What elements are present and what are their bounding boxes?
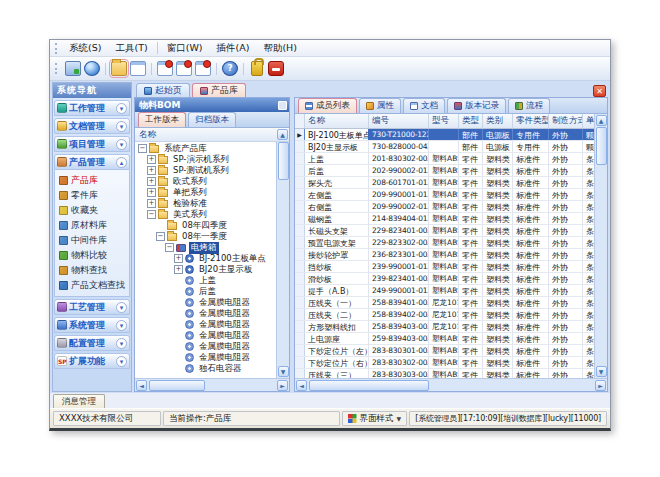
- tree-node[interactable]: 金属膜电阻器: [135, 319, 276, 330]
- table-cell[interactable]: 条: [583, 345, 594, 356]
- document-tab[interactable]: 产品库: [192, 83, 246, 97]
- table-cell[interactable]: 零件: [459, 201, 483, 212]
- table-cell[interactable]: 258-839403-00X: [369, 321, 429, 332]
- table-cell[interactable]: 零件: [459, 309, 483, 320]
- table-cell[interactable]: 外协: [549, 273, 583, 284]
- document-tab[interactable]: 起始页: [136, 83, 190, 97]
- table-row[interactable]: 长磁头支架229-823401-00X塑料ABS零件塑料类标准件外协条: [295, 225, 594, 237]
- table-row[interactable]: 滑纱板239-823401-00X塑料ABS零件塑料类标准件外协条: [295, 273, 594, 285]
- table-cell[interactable]: 730-828000-04X: [369, 141, 429, 152]
- window-layout-icon[interactable]: [130, 61, 146, 76]
- table-cell[interactable]: 磁钢盖: [305, 213, 369, 224]
- table-cell[interactable]: 条: [583, 177, 594, 188]
- table-cell[interactable]: 塑料ABS: [429, 165, 459, 176]
- tree-node[interactable]: 上盖: [135, 275, 276, 286]
- tree-node[interactable]: 金属膜电阻器: [135, 352, 276, 363]
- grid-scroll-down-icon[interactable]: ▼: [596, 366, 607, 377]
- table-cell[interactable]: 上电源座: [305, 333, 369, 344]
- tree-scroll-right-icon[interactable]: ►: [277, 380, 288, 391]
- exit-icon[interactable]: [268, 61, 284, 76]
- table-cell[interactable]: 条: [583, 249, 594, 260]
- table-cell[interactable]: 条: [583, 189, 594, 200]
- grid-hscroll-thumb[interactable]: [309, 380, 429, 391]
- help-icon[interactable]: [222, 61, 238, 76]
- sidebar-group-header[interactable]: 工艺管理 ▾: [54, 299, 130, 315]
- table-row[interactable]: 提手（A.B）249-990001-01X塑料ABS零件塑料类标准件外协条: [295, 285, 594, 297]
- table-cell[interactable]: 外协: [549, 213, 583, 224]
- table-cell[interactable]: 零件: [459, 285, 483, 296]
- table-cell[interactable]: 208-601701-01X: [369, 177, 429, 188]
- tree-hscroll-thumb[interactable]: [149, 380, 205, 391]
- table-cell[interactable]: 283-830301-00X: [369, 345, 429, 356]
- table-cell[interactable]: 压线夹（三）: [305, 369, 369, 378]
- column-header[interactable]: 单位: [583, 114, 594, 128]
- tree-scroll-down-icon[interactable]: ▼: [278, 366, 289, 377]
- table-cell[interactable]: 283-830302-00X: [369, 357, 429, 368]
- table-cell[interactable]: 后盖: [305, 165, 369, 176]
- table-cell[interactable]: 外协: [549, 177, 583, 188]
- toolbar-grip[interactable]: [55, 63, 59, 74]
- table-cell[interactable]: 零件: [459, 297, 483, 308]
- tree-toggle-icon[interactable]: +: [147, 166, 156, 175]
- table-cell[interactable]: 探头壳: [305, 177, 369, 188]
- table-cell[interactable]: 零件: [459, 225, 483, 236]
- table-cell[interactable]: 外协: [549, 141, 583, 152]
- table-cell[interactable]: 标准件: [513, 321, 549, 332]
- column-header[interactable]: 类型: [459, 114, 483, 128]
- table-cell[interactable]: 条: [583, 273, 594, 284]
- table-cell[interactable]: 压线夹（二）: [305, 309, 369, 320]
- table-row[interactable]: 右侧盖209-990002-01X塑料ABS零件塑料类标准件外协条: [295, 201, 594, 213]
- table-cell[interactable]: 提手（A.B）: [305, 285, 369, 296]
- column-header[interactable]: 零件类型: [513, 114, 549, 128]
- table-row[interactable]: 压线夹（二）258-839402-00X尼龙1010零件塑料类标准件外协条: [295, 309, 594, 321]
- panel-tab[interactable]: 属性: [359, 98, 401, 113]
- tree-toggle-icon[interactable]: −: [147, 210, 156, 219]
- tree-node[interactable]: + 单把系列: [135, 187, 276, 198]
- grid-vertical-scrollbar[interactable]: ▲ ▼: [594, 114, 607, 378]
- table-cell[interactable]: 条: [583, 225, 594, 236]
- table-cell[interactable]: 条: [583, 321, 594, 332]
- table-cell[interactable]: 塑料ABS: [429, 345, 459, 356]
- table-cell[interactable]: 塑料类: [483, 213, 513, 224]
- tree-toggle-icon[interactable]: −: [156, 232, 165, 241]
- grid-scroll-right-icon[interactable]: ►: [595, 380, 606, 391]
- table-cell[interactable]: 条: [583, 237, 594, 248]
- table-cell[interactable]: 零件: [459, 177, 483, 188]
- table-cell[interactable]: 颗: [583, 141, 594, 152]
- table-cell[interactable]: 方形塑料线扣: [305, 321, 369, 332]
- sidebar-group-header[interactable]: 文档管理 ▾: [54, 118, 130, 134]
- table-cell[interactable]: 标准件: [513, 273, 549, 284]
- tree-toggle-icon[interactable]: +: [174, 254, 183, 263]
- tree-node[interactable]: + 欧式系列: [135, 176, 276, 187]
- table-row[interactable]: 预置电源支架229-823302-00X塑料ABS零件塑料类标准件外协条: [295, 237, 594, 249]
- table-cell[interactable]: 标准件: [513, 285, 549, 296]
- table-cell[interactable]: 外协: [549, 261, 583, 272]
- sidebar-group-header[interactable]: 工作管理 ▾: [54, 100, 130, 116]
- table-cell[interactable]: 颗: [583, 129, 594, 140]
- menubar-grip[interactable]: [55, 43, 59, 54]
- table-cell[interactable]: 条: [583, 261, 594, 272]
- table-cell[interactable]: 条: [583, 201, 594, 212]
- tree-node[interactable]: + BJ20主显示板: [135, 264, 276, 275]
- tree-node[interactable]: − 08年一季度: [135, 231, 276, 242]
- tree-column-name[interactable]: 名称: [135, 128, 276, 141]
- tree-toggle-icon[interactable]: +: [174, 265, 183, 274]
- table-cell[interactable]: 零件: [459, 261, 483, 272]
- chevron-icon[interactable]: ▾: [116, 103, 127, 114]
- table-cell[interactable]: [429, 141, 459, 152]
- table-cell[interactable]: 塑料类: [483, 345, 513, 356]
- tree-toggle-icon[interactable]: +: [147, 199, 156, 208]
- table-cell[interactable]: 条: [583, 165, 594, 176]
- chevron-icon[interactable]: ▾: [116, 356, 127, 367]
- tree-vscroll-thumb[interactable]: [278, 142, 289, 180]
- table-cell[interactable]: 塑料类: [483, 261, 513, 272]
- table-cell[interactable]: 塑料类: [483, 189, 513, 200]
- table-cell[interactable]: 209-990001-01X: [369, 189, 429, 200]
- table-cell[interactable]: 塑料ABS: [429, 249, 459, 260]
- table-cell[interactable]: 零件: [459, 333, 483, 344]
- tree-node[interactable]: + SP-演示机系列: [135, 154, 276, 165]
- table-cell[interactable]: 塑料ABS: [429, 213, 459, 224]
- table-row[interactable]: 接纱轮护罩236-823301-00X塑料ABS零件塑料类标准件外协条: [295, 249, 594, 261]
- table-cell[interactable]: 塑料类: [483, 333, 513, 344]
- tree-toggle-icon[interactable]: +: [147, 155, 156, 164]
